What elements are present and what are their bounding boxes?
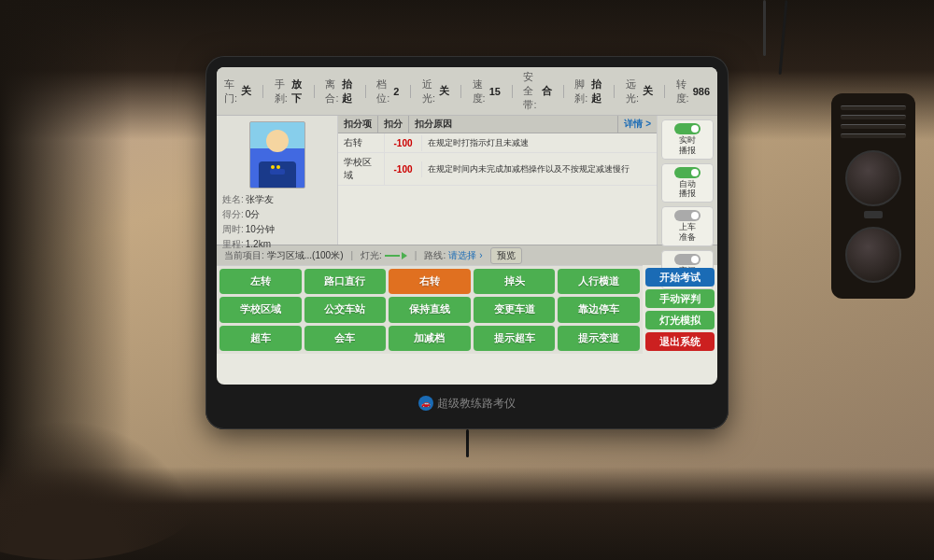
function-button-grid: 左转 路口直行 右转 掉头 人行横道 学校区域 公交车站 保持直线 变更车道 靠… — [217, 265, 643, 354]
status-bar: 车门: 关 手刹: 放下 离合: 抬起 档位: 2 — [217, 67, 717, 116]
auto-toggle-switch — [674, 167, 700, 178]
realtime-toggle-switch — [674, 123, 700, 134]
brand-icon: 🚗 — [418, 396, 433, 411]
gear-change-button[interactable]: 加减档 — [389, 326, 471, 351]
bus-stop-button[interactable]: 公交车站 — [304, 297, 387, 322]
gear-status: 档位: 2 — [376, 77, 399, 105]
main-screen: 车门: 关 手刹: 放下 离合: 抬起 档位: 2 — [217, 67, 717, 385]
manual-judge-button[interactable]: 手动评判 — [645, 289, 715, 308]
student-panel: 姓名: 张学友 得分: 0分 周时: 10分钟 里程: — [217, 116, 338, 245]
student-photo — [249, 121, 305, 189]
hint-overtake-button[interactable]: 提示超车 — [474, 326, 556, 351]
score-table-header: 扣分项 扣分 扣分原因 详情 > — [338, 116, 657, 133]
light-sim-button[interactable]: 灯光模拟 — [645, 311, 715, 329]
project-item: 当前项目: 学习区域...(100米) — [224, 249, 343, 262]
light-item: 灯光: — [361, 249, 407, 262]
realtime-broadcast-toggle[interactable]: 实时播报 — [661, 119, 714, 160]
change-lane-button[interactable]: 变更车道 — [474, 297, 556, 322]
clutch-status: 离合: 抬起 — [325, 77, 353, 105]
detail-link[interactable]: 详情 > — [618, 116, 657, 133]
meet-car-button[interactable]: 会车 — [304, 326, 387, 351]
brand-full-text: 超级教练路考仪 — [437, 396, 516, 412]
start-exam-button[interactable]: 开始考试 — [645, 268, 715, 287]
pull-over-button[interactable]: 靠边停车 — [558, 297, 640, 322]
device-bottom-label: 🚗 超级教练路考仪 — [217, 388, 717, 418]
overtake-button[interactable]: 超车 — [219, 326, 302, 351]
right-turn-button[interactable]: 右转 — [389, 269, 471, 294]
boarding-toggle-switch — [674, 210, 700, 221]
light-arrow-icon — [385, 252, 407, 259]
score-row: 学校区域 -100 在规定时间内未完成加减档操作以及不按规定减速慢行 — [338, 153, 657, 186]
speed-status: 速度: 15 — [473, 77, 501, 105]
side-toggle-panel: 实时播报 自动播报 上车准备 夜间模式 — [657, 116, 717, 245]
night-toggle-switch — [674, 254, 700, 265]
keep-straight-button[interactable]: 保持直线 — [389, 297, 471, 322]
school-zone-button[interactable]: 学校区域 — [219, 297, 302, 322]
left-turn-button[interactable]: 左转 — [219, 269, 302, 294]
footbrake-status: 脚刹: 抬起 — [574, 77, 602, 105]
route-item: 路线: 请选择 › — [424, 249, 482, 262]
low-beam-status: 近光: 关 — [422, 77, 449, 105]
hint-lane-change-button[interactable]: 提示变道 — [558, 326, 640, 351]
handbrake-status: 手刹: 放下 — [275, 77, 303, 105]
gps-device: 车驾 车门: 关 手刹: 放下 离合: 抬起 — [205, 56, 729, 429]
uturn-button[interactable]: 掉头 — [474, 269, 556, 294]
action-buttons: 开始考试 手动评判 灯光模拟 退出系统 — [643, 265, 717, 354]
exit-system-button[interactable]: 退出系统 — [645, 332, 715, 351]
seatbelt-status: 安全带: 合 — [523, 70, 551, 112]
route-select[interactable]: 请选择 — [448, 249, 476, 262]
student-info: 姓名: 张学友 得分: 0分 周时: 10分钟 里程: — [222, 192, 332, 252]
boarding-toggle[interactable]: 上车准备 — [661, 206, 714, 246]
crosswalk-button[interactable]: 人行横道 — [558, 269, 640, 294]
device-cable — [466, 429, 469, 457]
brand-full: 🚗 超级教练路考仪 — [418, 396, 516, 412]
door-status: 车门: 关 — [224, 77, 251, 105]
score-row: 右转 -100 在规定时打指示灯且未减速 — [338, 133, 657, 153]
rpm-status: 转度: 986 — [676, 77, 710, 105]
high-beam-status: 远光: 关 — [626, 77, 653, 105]
auto-broadcast-toggle[interactable]: 自动播报 — [661, 163, 714, 203]
intersection-straight-button[interactable]: 路口直行 — [304, 269, 387, 294]
preview-button[interactable]: 预览 — [490, 247, 522, 264]
